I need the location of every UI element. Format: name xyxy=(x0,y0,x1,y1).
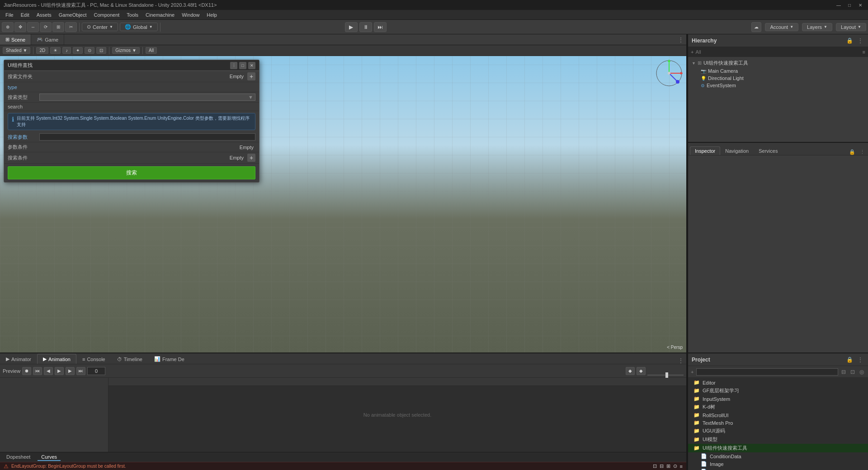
project-item-8[interactable]: 📁UI组件快速搜索工具 xyxy=(688,444,868,452)
next-keyframe-btn[interactable]: ⏭ xyxy=(76,367,85,375)
hierarchy-options-btn[interactable]: ≡ xyxy=(863,49,865,55)
mode-2d-btn[interactable]: 2D xyxy=(36,47,48,54)
menu-file[interactable]: File xyxy=(2,11,17,19)
tab-timeline[interactable]: ⏱ Timeline xyxy=(111,354,148,364)
project-item-7[interactable]: 📁UI模型 xyxy=(688,435,868,444)
shading-dropdown[interactable]: Shaded ▼ xyxy=(3,47,30,54)
dialog-maximize-btn[interactable]: □ xyxy=(239,62,246,69)
project-item-5[interactable]: 📁TextMesh Pro xyxy=(688,419,868,427)
tab-game[interactable]: 🎮 Game xyxy=(31,34,64,45)
layout-btn[interactable]: Layout ▼ xyxy=(836,23,866,31)
step-button[interactable]: ⏭ xyxy=(374,22,387,32)
maximize-button[interactable]: □ xyxy=(845,1,854,9)
mode-2d-label: 2D xyxy=(39,48,45,53)
dialog-more-btn[interactable]: ⋮ xyxy=(230,62,237,69)
scene-tab-options[interactable]: ⋮ xyxy=(678,37,686,43)
search-condition-add-btn[interactable]: + xyxy=(247,154,255,162)
menu-help[interactable]: Help xyxy=(203,11,221,19)
project-search-input[interactable] xyxy=(696,368,838,376)
prev-frame-btn[interactable]: ◀ xyxy=(44,367,53,375)
hierarchy-item-eventsystem[interactable]: ⚙ EventSystem xyxy=(688,82,868,89)
project-item-0[interactable]: 📁Editor xyxy=(688,379,868,386)
tab-inspector[interactable]: Inspector xyxy=(690,146,720,155)
tab-navigation[interactable]: Navigation xyxy=(720,146,754,155)
search-button[interactable]: 搜索 xyxy=(8,166,255,179)
project-more-btn[interactable]: ⋮ xyxy=(856,357,864,363)
project-item-3[interactable]: 📁K-d树 xyxy=(688,403,868,411)
menu-edit[interactable]: Edit xyxy=(17,11,33,19)
search-folder-add-btn[interactable]: + xyxy=(247,72,255,80)
scene-viewport[interactable]: < Persp UI组件直找 ⋮ □ ✕ 搜索文件夹 Empty + xyxy=(0,56,686,352)
add-key-btn[interactable]: ◆ xyxy=(626,367,635,375)
all-btn[interactable]: All xyxy=(146,47,157,54)
inspector-lock-btn[interactable]: 🔒 xyxy=(848,149,857,155)
menu-gameobject[interactable]: GameObject xyxy=(55,11,90,19)
search-type-dropdown[interactable]: ▼ xyxy=(39,94,255,101)
menu-window[interactable]: Window xyxy=(178,11,203,19)
pause-button[interactable]: ⏸ xyxy=(359,22,372,32)
minimize-button[interactable]: — xyxy=(835,1,843,9)
hierarchy-lock-btn[interactable]: 🔒 xyxy=(845,38,854,44)
menu-cinemachine[interactable]: Cinemachine xyxy=(142,11,178,19)
menu-assets[interactable]: Assets xyxy=(33,11,55,19)
toolbar-icon2[interactable]: ✥ xyxy=(14,22,26,32)
pivot-mode-btn[interactable]: 🌐 Global ▼ xyxy=(120,23,158,31)
project-icon3[interactable]: ◎ xyxy=(858,369,865,375)
status-icon4: ⊙ xyxy=(673,463,677,469)
tab-services[interactable]: Services xyxy=(754,146,783,155)
tab-frame-debug[interactable]: 📊 Frame De xyxy=(148,354,190,364)
play-button[interactable]: ▶ xyxy=(345,22,358,32)
scene-vis-btn[interactable]: ⊙ xyxy=(85,47,94,54)
search-params-input[interactable] xyxy=(39,133,255,141)
bottom-tab-options[interactable]: ⋮ xyxy=(678,357,686,364)
audio-btn[interactable]: ♪ xyxy=(62,47,71,54)
tab-console[interactable]: ≡ Console xyxy=(76,354,111,364)
record-btn[interactable]: ⏺ xyxy=(22,367,31,375)
project-lock-btn[interactable]: 🔒 xyxy=(845,357,854,363)
project-icon2[interactable]: ⊡ xyxy=(849,369,856,375)
inspector-more-btn[interactable]: ⋮ xyxy=(859,149,866,155)
close-button[interactable]: ✕ xyxy=(856,1,864,9)
tab-scene[interactable]: ⊞ Scene xyxy=(0,34,31,45)
lighting-btn[interactable]: ☀ xyxy=(50,47,61,54)
account-btn[interactable]: Account ▼ xyxy=(765,23,798,31)
project-item-11[interactable]: 📄ObjectParam xyxy=(688,468,868,470)
hierarchy-more-btn[interactable]: ⋮ xyxy=(856,38,864,44)
project-item-4[interactable]: 📁RollScrollUI xyxy=(688,411,868,419)
menu-tools[interactable]: Tools xyxy=(123,11,142,19)
project-plus-btn[interactable]: + xyxy=(691,369,693,375)
layers-btn[interactable]: Layers ▼ xyxy=(802,23,832,31)
project-item-1[interactable]: 📁GF底层框架学习 xyxy=(688,386,868,395)
dialog-close-btn[interactable]: ✕ xyxy=(248,62,255,69)
project-item-6[interactable]: 📁UGUI源码 xyxy=(688,427,868,435)
cloud-icon[interactable]: ☁ xyxy=(751,22,761,32)
toolbar-icon1[interactable]: ⊕ xyxy=(2,22,14,32)
gizmos-btn[interactable]: Gizmos ▼ xyxy=(112,47,140,54)
add-event-btn[interactable]: ◆ xyxy=(637,367,646,375)
pivot-center-btn[interactable]: ⊙ Center ▼ xyxy=(82,23,118,31)
toolbar-icon6[interactable]: ✂ xyxy=(65,22,77,32)
hierarchy-search-input[interactable] xyxy=(695,49,862,55)
play-anim-btn[interactable]: ▶ xyxy=(55,367,64,375)
menu-component[interactable]: Component xyxy=(90,11,123,19)
prev-keyframe-btn[interactable]: ⏮ xyxy=(33,367,42,375)
scene-vis2-btn[interactable]: ⊡ xyxy=(96,47,106,54)
next-frame-btn[interactable]: ▶ xyxy=(66,367,75,375)
tab-animation[interactable]: ▶ Animation xyxy=(37,354,76,364)
tab-animator[interactable]: ▶ Animator xyxy=(0,354,37,364)
hierarchy-root[interactable]: ▼ ⊞ UI组件快速搜索工具 xyxy=(688,59,868,67)
time-input[interactable] xyxy=(87,367,105,375)
hierarchy-item-light[interactable]: 💡 Directional Light xyxy=(688,75,868,82)
tab-dopesheet[interactable]: Dopesheet xyxy=(3,454,34,461)
project-item-9[interactable]: 📄ConditionData xyxy=(688,452,868,460)
tab-curves[interactable]: Curves xyxy=(38,454,61,461)
toolbar-icon3[interactable]: ↔ xyxy=(27,22,39,32)
hierarchy-item-camera[interactable]: 📷 Main Camera xyxy=(688,67,868,75)
toolbar-icon5[interactable]: ⊞ xyxy=(52,22,64,32)
project-icon1[interactable]: ⊟ xyxy=(840,369,847,375)
project-item-2[interactable]: 📁InputSystem xyxy=(688,395,868,403)
hierarchy-plus-icon[interactable]: + xyxy=(691,49,693,55)
fx-btn[interactable]: ✦ xyxy=(73,47,83,54)
toolbar-icon4[interactable]: ⟳ xyxy=(40,22,52,32)
project-item-10[interactable]: 📄Image xyxy=(688,460,868,468)
